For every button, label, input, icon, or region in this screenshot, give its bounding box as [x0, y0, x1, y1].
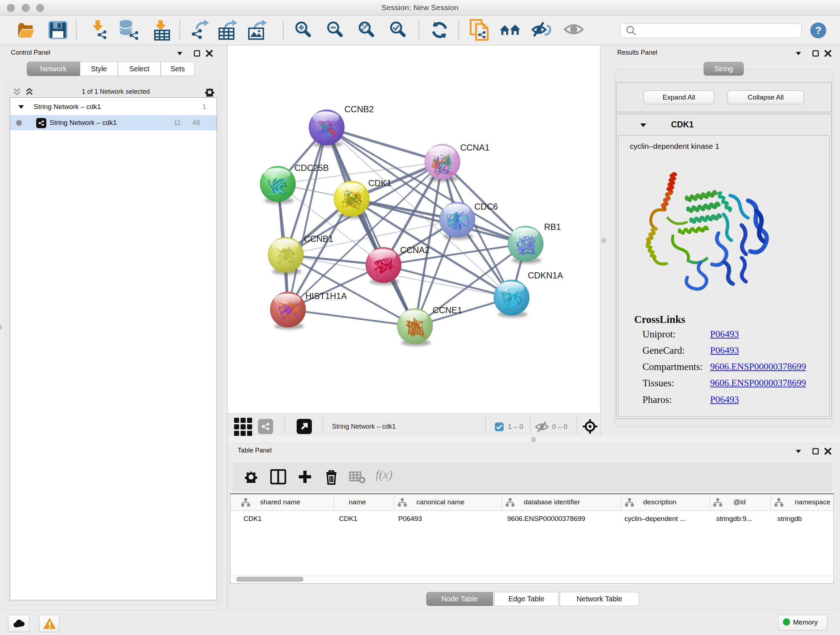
svg-text:CDC25B: CDC25B: [294, 163, 329, 173]
svg-text:CCNB2: CCNB2: [344, 104, 374, 114]
svg-text:HIST1H1A: HIST1H1A: [305, 291, 347, 301]
svg-text:CDKN1A: CDKN1A: [528, 271, 563, 280]
svg-text:CCNB1: CCNB1: [304, 234, 333, 244]
svg-text:CDK1: CDK1: [368, 178, 392, 188]
svg-text:CDC6: CDC6: [474, 202, 498, 211]
svg-text:CCNA1: CCNA1: [460, 143, 489, 152]
svg-text:CCNA2: CCNA2: [400, 245, 429, 255]
svg-text:?: ?: [815, 24, 821, 36]
svg-text:RB1: RB1: [544, 222, 561, 232]
svg-text:CCNE1: CCNE1: [433, 305, 462, 315]
